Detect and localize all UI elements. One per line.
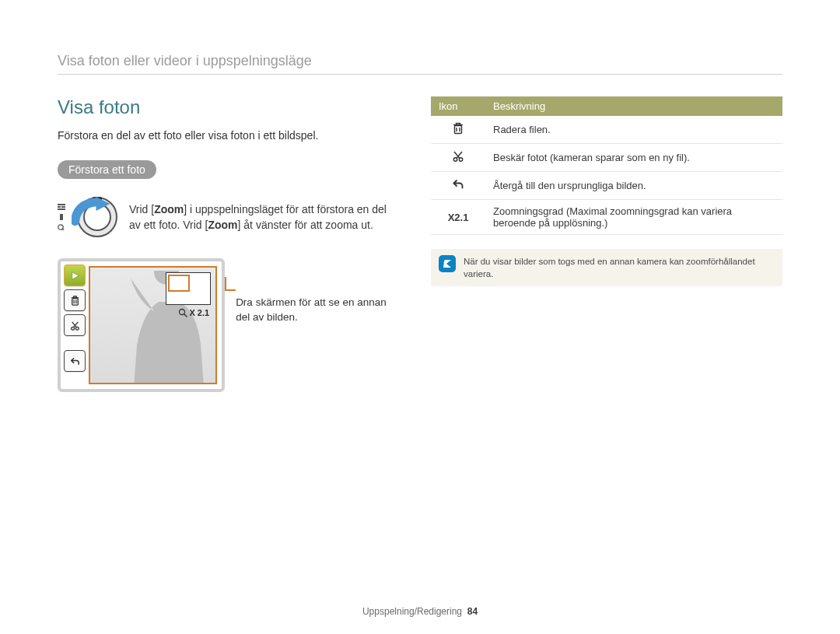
- zoom-ratio-indicator: X 2.1: [178, 308, 209, 317]
- section-title: Visa foton: [58, 96, 400, 118]
- page-footer: Uppspelning/Redigering 84: [0, 606, 840, 617]
- table-header-icon: Ikon: [431, 96, 485, 116]
- svg-rect-2: [61, 206, 65, 208]
- scissors-icon: [431, 144, 485, 172]
- table-row: X2.1 Zoomningsgrad (Maximal zoomningsgra…: [431, 200, 782, 235]
- page-header: Visa foton eller videor i uppspelningslä…: [58, 53, 782, 75]
- right-column: Ikon Beskrivning Radera filen.: [431, 96, 782, 392]
- info-note-text: När du visar bilder som togs med en anna…: [464, 255, 775, 280]
- svg-rect-1: [58, 206, 61, 208]
- svg-rect-3: [58, 208, 65, 210]
- svg-marker-7: [96, 197, 110, 211]
- trash-icon: [431, 116, 485, 144]
- left-column: Visa foton Förstora en del av ett foto e…: [58, 96, 400, 392]
- table-row: Återgå till den ursprungliga bilden.: [431, 172, 782, 200]
- screen-side-toolbar: [64, 264, 86, 372]
- subsection-pill: Förstora ett foto: [58, 160, 156, 179]
- svg-rect-0: [58, 204, 65, 205]
- zoom-dial-illustration: [76, 196, 118, 238]
- minimap: [166, 272, 211, 305]
- svg-rect-4: [60, 214, 63, 220]
- icon-description-table: Ikon Beskrivning Radera filen.: [431, 96, 782, 235]
- table-row: Radera filen.: [431, 116, 782, 144]
- svg-marker-11: [72, 271, 78, 278]
- svg-line-22: [184, 314, 187, 317]
- camera-screen-preview: X 2.1: [58, 258, 225, 392]
- minimap-viewport-box: [168, 275, 190, 292]
- zoom-ratio-icon: X2.1: [431, 200, 485, 235]
- table-cell-desc: Radera filen.: [485, 116, 782, 144]
- table-cell-desc: Återgå till den ursprungliga bilden.: [485, 172, 782, 200]
- svg-rect-12: [72, 298, 78, 304]
- table-cell-desc: Zoomningsgrad (Maximal zoomningsgrad kan…: [485, 200, 782, 235]
- footer-section: Uppspelning/Redigering: [362, 606, 462, 617]
- zoom-instruction-text: Vrid [Zoom] i uppspelningsläget för att …: [129, 201, 400, 233]
- drag-callout: Dra skärmen för att se en annan del av b…: [236, 258, 400, 392]
- table-row: Beskär fotot (kameran sparar som en ny f…: [431, 144, 782, 172]
- back-icon: [431, 172, 485, 200]
- svg-rect-23: [455, 126, 462, 134]
- trash-icon[interactable]: [64, 289, 86, 311]
- manual-page: Visa foton eller videor i uppspelningslä…: [0, 0, 840, 634]
- back-icon[interactable]: [64, 350, 86, 372]
- svg-rect-27: [457, 124, 460, 125]
- section-intro: Förstora en del av ett foto eller visa f…: [58, 129, 400, 142]
- crop-scissors-icon[interactable]: [64, 314, 86, 336]
- dial-side-markers: [58, 204, 65, 230]
- info-note: När du visar bilder som togs med en anna…: [431, 249, 782, 286]
- play-slideshow-icon[interactable]: [64, 264, 86, 286]
- svg-line-6: [63, 229, 65, 231]
- svg-rect-16: [73, 296, 76, 297]
- table-header-desc: Beskrivning: [485, 96, 782, 116]
- info-note-icon: [439, 255, 456, 272]
- zoomed-photo-area[interactable]: X 2.1: [89, 266, 217, 384]
- breadcrumb: Visa foton eller videor i uppspelningslä…: [58, 53, 312, 68]
- page-number: 84: [467, 606, 478, 617]
- table-cell-desc: Beskär fotot (kameran sparar som en ny f…: [485, 144, 782, 172]
